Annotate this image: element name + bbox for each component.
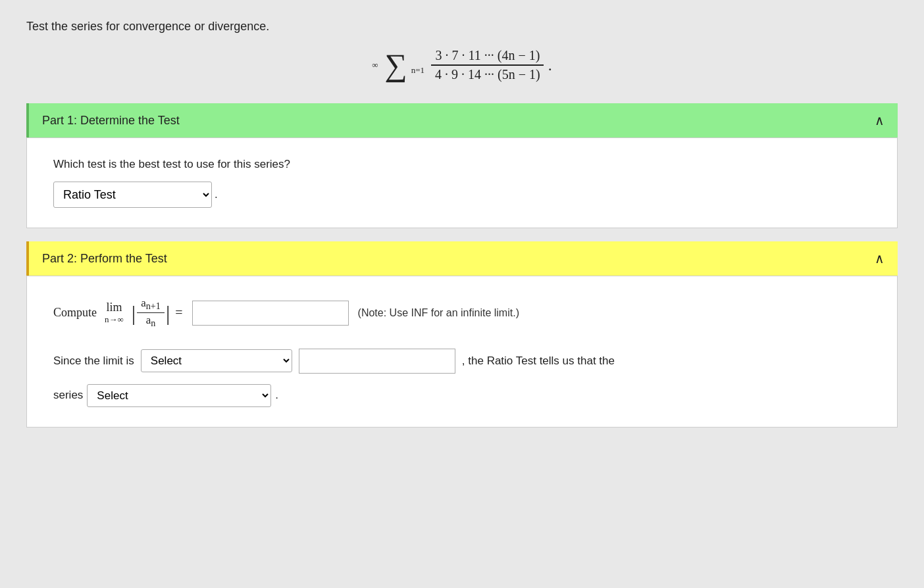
- fraction-numerator: an+1: [137, 296, 165, 313]
- series-select[interactable]: Select converges absolutely diverges may…: [87, 384, 271, 407]
- part1-section: Part 1: Determine the Test ∧ Which test …: [26, 103, 898, 228]
- compute-word: Compute: [53, 306, 97, 320]
- fraction-denominator: an: [142, 313, 160, 330]
- note-text: (Note: Use INF for an infinite limit.): [358, 307, 519, 319]
- part2-section: Part 2: Perform the Test ∧ Compute lim n…: [26, 241, 898, 428]
- part1-period: .: [215, 188, 218, 201]
- sigma-symbol: ∑: [385, 49, 407, 81]
- series-fraction: 3 · 7 · 11 ··· (4n − 1) 4 · 9 · 14 ··· (…: [431, 47, 544, 84]
- lim-expr: lim n→∞: [105, 301, 124, 325]
- limit-value-input[interactable]: [299, 349, 455, 374]
- part1-banner-label: Part 1: Determine the Test: [42, 114, 180, 128]
- part1-content: Which test is the best test to use for t…: [26, 137, 898, 228]
- test-select[interactable]: Ratio Test Root Test Comparison Test Lim…: [53, 182, 212, 208]
- sub-n: n: [151, 318, 155, 329]
- limit-select[interactable]: Select less than 1 equal to 1 greater th…: [141, 349, 292, 372]
- part1-chevron[interactable]: ∧: [875, 112, 885, 128]
- equals-sign: =: [175, 305, 182, 320]
- compute-label: Compute lim n→∞ | an+1 an | =: [53, 296, 183, 330]
- part2-banner: Part 2: Perform the Test ∧: [26, 241, 898, 276]
- part1-question: Which test is the best test to use for t…: [53, 158, 871, 171]
- part1-banner: Part 1: Determine the Test ∧: [26, 103, 898, 137]
- inner-fraction: an+1 an: [137, 296, 165, 330]
- abs-bar-left: |: [132, 303, 136, 324]
- series-period: .: [275, 389, 278, 402]
- part1-select-wrapper: Ratio Test Root Test Comparison Test Lim…: [53, 182, 218, 208]
- series-prefix: series: [53, 389, 83, 402]
- part2-content: Compute lim n→∞ | an+1 an | =: [26, 276, 898, 428]
- abs-fraction: | an+1 an |: [132, 296, 170, 330]
- limit-answer-input[interactable]: [192, 301, 349, 326]
- series-formula: ∞ ∑ ∞ n=1 3 · 7 · 11 ··· (4n − 1) 4 · 9 …: [372, 47, 552, 84]
- abs-bar-right: |: [166, 303, 170, 324]
- sub-n1: n+1: [146, 301, 161, 311]
- compute-row: Compute lim n→∞ | an+1 an | =: [53, 296, 871, 330]
- intro-text: Test the series for convergence or diver…: [26, 20, 898, 34]
- sigma-bottom-limit: ∞ n=1: [411, 55, 424, 76]
- limit-suffix: , the Ratio Test tells us that the: [462, 355, 615, 368]
- limit-row: Since the limit is Select less than 1 eq…: [53, 349, 871, 374]
- part2-chevron[interactable]: ∧: [875, 251, 885, 266]
- sigma-limits: ∞: [372, 60, 378, 70]
- series-row: series Select converges absolutely diver…: [53, 384, 871, 407]
- formula-container: ∞ ∑ ∞ n=1 3 · 7 · 11 ··· (4n − 1) 4 · 9 …: [26, 47, 898, 84]
- limit-prefix: Since the limit is: [53, 355, 134, 368]
- page-container: Test the series for convergence or diver…: [0, 0, 924, 467]
- part2-banner-label: Part 2: Perform the Test: [42, 252, 167, 266]
